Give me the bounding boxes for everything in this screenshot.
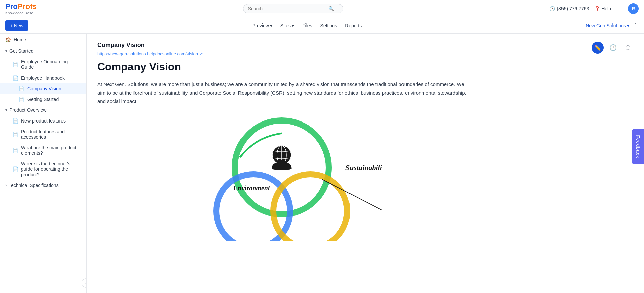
- help-label: Help: [601, 6, 611, 11]
- article-actions: ✏️ 🕐 ⬡: [592, 42, 633, 54]
- nav-links: Preview ▾ Sites ▾ Files Settings Reports: [252, 23, 362, 28]
- nav-right: 🕐 (855) 776-7763 ❓ Help ⋯ R: [549, 3, 639, 14]
- preview-chevron: ▾: [270, 23, 272, 28]
- avatar[interactable]: R: [628, 3, 639, 14]
- sidebar-item-product-features-accessories[interactable]: 📄 Product features and accessories: [0, 126, 86, 142]
- article-title: Company Vision: [97, 42, 633, 49]
- feedback-tab[interactable]: Feedback: [632, 129, 644, 164]
- preview-label: Preview: [252, 23, 269, 28]
- item-label: Getting Started: [27, 97, 59, 102]
- sidebar: 🏠 Home ▾ Get Started 📄 Employee Onboardi…: [0, 34, 87, 293]
- logo[interactable]: ProProfs Knowledge Base: [5, 2, 37, 15]
- edit-button[interactable]: ✏️: [592, 42, 604, 54]
- sites-label: Sites: [280, 23, 291, 28]
- tech-specs-label: Technical Specifications: [9, 183, 59, 188]
- get-started-chevron: ▾: [5, 49, 7, 53]
- sidebar-section-get-started[interactable]: ▾ Get Started: [0, 46, 86, 56]
- article-paragraph: At Next Gen. Solutions, we are more than…: [97, 80, 466, 106]
- settings-label: Settings: [320, 23, 337, 28]
- environment-label: Environment: [233, 184, 270, 192]
- home-label: Home: [14, 37, 26, 42]
- doc-icon: 📄: [19, 97, 24, 102]
- settings-link[interactable]: Settings: [320, 23, 337, 28]
- item-label: Employee Onboarding Guide: [21, 59, 81, 70]
- preview-link[interactable]: Preview ▾: [252, 23, 272, 28]
- doc-icon: 📄: [19, 86, 24, 91]
- help-area[interactable]: ❓ Help: [594, 6, 611, 11]
- logo-profs: Profs: [18, 2, 37, 11]
- sustainability-label: Sustainability: [345, 163, 382, 172]
- article-header: Company Vision https://new-gen-solutions…: [97, 42, 633, 57]
- second-navigation: + New Preview ▾ Sites ▾ Files Settings R…: [0, 17, 644, 34]
- doc-icon: 📄: [13, 62, 18, 67]
- sidebar-section-technical-specs[interactable]: › Technical Specifications: [0, 180, 86, 191]
- new-button[interactable]: + New: [5, 20, 28, 31]
- share-icon[interactable]: ⬡: [623, 42, 633, 53]
- get-started-label: Get Started: [9, 48, 34, 54]
- content-area: Company Vision https://new-gen-solutions…: [87, 34, 644, 293]
- item-label: Product features and accessories: [21, 129, 81, 140]
- search-bar[interactable]: 🔍: [243, 4, 343, 13]
- item-label: New product features: [21, 118, 66, 124]
- sidebar-item-getting-started[interactable]: 📄 Getting Started: [0, 94, 86, 105]
- site-name[interactable]: New Gen Solutions ▾: [586, 23, 629, 28]
- article-url[interactable]: https://new-gen-solutions.helpdocsonline…: [97, 51, 203, 56]
- phone-number: (855) 776-7763: [557, 6, 589, 11]
- search-input[interactable]: [248, 6, 328, 11]
- history-icon[interactable]: 🕐: [608, 42, 619, 53]
- doc-icon: 📄: [13, 166, 18, 172]
- more-options-icon[interactable]: ⋮: [633, 22, 639, 29]
- doc-icon: 📄: [13, 148, 18, 153]
- search-icon: 🔍: [328, 6, 334, 11]
- site-chevron: ▾: [627, 23, 629, 28]
- phone-icon: 🕐: [549, 6, 555, 11]
- sidebar-item-new-product-features[interactable]: 📄 New product features: [0, 115, 86, 126]
- reports-label: Reports: [345, 23, 362, 28]
- home-icon: 🏠: [5, 37, 11, 42]
- doc-icon: 📄: [13, 75, 18, 81]
- diagram-svg: Environment Sustainability: [181, 114, 382, 241]
- product-overview-label: Product Overview: [9, 107, 46, 113]
- site-actions: New Gen Solutions ▾ ⋮: [586, 22, 639, 29]
- reports-link[interactable]: Reports: [345, 23, 362, 28]
- files-label: Files: [302, 23, 312, 28]
- top-navigation: ProProfs Knowledge Base 🔍 🕐 (855) 776-77…: [0, 0, 644, 17]
- sites-link[interactable]: Sites ▾: [280, 23, 294, 28]
- sidebar-item-employee-handbook[interactable]: 📄 Employee Handbook: [0, 72, 86, 83]
- collapse-sidebar-button[interactable]: «: [82, 278, 87, 288]
- sidebar-item-company-vision[interactable]: 📄 Company Vision: [0, 83, 86, 94]
- item-label: What are the main product elements?: [21, 145, 81, 156]
- logo-pro: Pro: [5, 2, 18, 11]
- help-icon: ❓: [594, 6, 600, 11]
- phone-area[interactable]: 🕐 (855) 776-7763: [549, 6, 589, 11]
- grid-icon[interactable]: ⋯: [616, 5, 623, 12]
- external-link-icon: ↗: [199, 51, 203, 56]
- files-link[interactable]: Files: [302, 23, 312, 28]
- item-label: Employee Handbook: [21, 75, 65, 81]
- main-layout: 🏠 Home ▾ Get Started 📄 Employee Onboardi…: [0, 34, 644, 293]
- item-label: Where is the beginner's guide for operat…: [21, 161, 81, 177]
- sidebar-item-home[interactable]: 🏠 Home: [0, 34, 86, 46]
- logo-sub: Knowledge Base: [5, 11, 37, 15]
- tech-specs-chevron: ›: [5, 183, 7, 188]
- article-heading: Company Vision: [97, 61, 466, 73]
- sidebar-section-product-overview[interactable]: ▾ Product Overview: [0, 105, 86, 115]
- sites-chevron: ▾: [292, 23, 294, 28]
- svg-line-9: [322, 179, 382, 235]
- sustainability-diagram: Environment Sustainability: [97, 114, 466, 241]
- item-label: Company Vision: [27, 86, 61, 91]
- product-overview-chevron: ▾: [5, 108, 7, 112]
- sidebar-item-main-product-elements[interactable]: 📄 What are the main product elements?: [0, 142, 86, 158]
- article-content: Company Vision At Next Gen. Solutions, w…: [97, 61, 466, 241]
- sidebar-item-beginners-guide[interactable]: 📄 Where is the beginner's guide for oper…: [0, 158, 86, 180]
- doc-icon: 📄: [13, 132, 18, 137]
- doc-icon: 📄: [13, 118, 18, 124]
- sidebar-item-employee-onboarding[interactable]: 📄 Employee Onboarding Guide: [0, 56, 86, 72]
